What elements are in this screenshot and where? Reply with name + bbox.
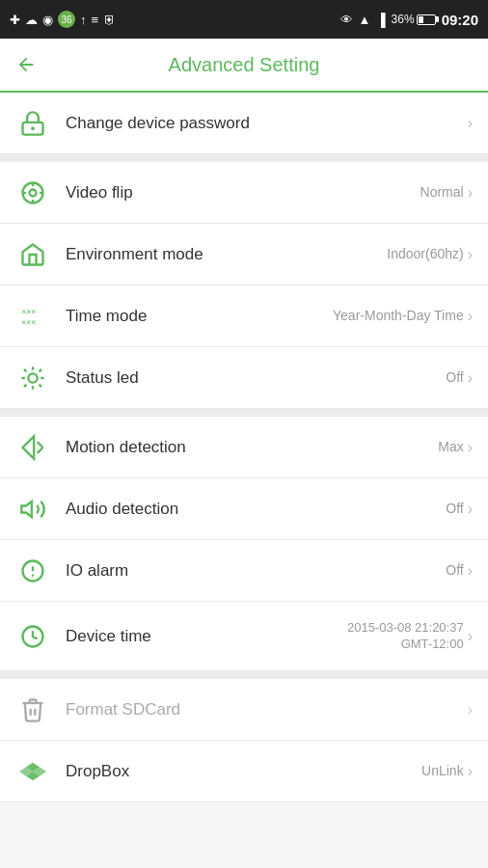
settings-group-2: Video flip Normal › Environment mode Ind… xyxy=(0,162,488,409)
audio-icon xyxy=(15,492,50,527)
dropbox-label: DropBox xyxy=(66,762,421,781)
wifi-icon: ▲ xyxy=(359,13,371,27)
settings-item-io-alarm[interactable]: IO alarm Off › xyxy=(0,540,488,602)
home-icon xyxy=(15,237,50,272)
battery-indicator: 36% xyxy=(392,13,436,26)
arrow-icon-dropbox: › xyxy=(468,763,473,780)
notification-plus-icon: ✚ xyxy=(10,13,20,27)
audio-detection-label: Audio detection xyxy=(66,500,446,519)
settings-item-format-sdcard[interactable]: Format SDCard › xyxy=(0,679,488,741)
arrow-icon-audio-detection: › xyxy=(468,501,473,518)
arrow-icon-format-sdcard: › xyxy=(468,701,473,719)
arrow-icon-status-led: › xyxy=(468,369,473,387)
status-time: 09:20 xyxy=(442,12,478,28)
battery-pct-label: 36% xyxy=(392,13,415,26)
time-mode-icon: ××× ××× xyxy=(15,299,50,334)
section-divider-2 xyxy=(0,409,488,417)
format-sdcard-label: Format SDCard xyxy=(66,700,468,719)
status-bar: ✚ ☁ ◉ 36 ↑ ≡ ⛨ 👁 ▲ ▐ 36% 09:20 xyxy=(0,0,488,39)
motion-icon xyxy=(15,430,50,465)
arrow-icon-motion-detection: › xyxy=(468,439,473,456)
status-bar-right: 👁 ▲ ▐ 36% 09:20 xyxy=(340,12,479,28)
alarm-icon xyxy=(15,554,50,588)
svg-text:×××: ××× xyxy=(21,317,36,327)
status-bar-left: ✚ ☁ ◉ 36 ↑ ≡ ⛨ xyxy=(10,11,116,28)
settings-item-device-time[interactable]: Device time 2015-03-08 21:20:37 GMT-12:0… xyxy=(0,602,488,671)
svg-point-25 xyxy=(32,574,34,576)
device-time-value: 2015-03-08 21:20:37 GMT-12:00 xyxy=(347,620,464,653)
menu-icon-2: ≡ xyxy=(92,13,99,27)
battery-fill xyxy=(419,16,424,23)
time-mode-value: Year-Month-Day Time xyxy=(333,307,464,324)
arrow-icon-time-mode: › xyxy=(468,308,473,325)
settings-content: Change device password › Video flip Norm… xyxy=(0,93,488,802)
audio-detection-value: Off xyxy=(446,500,463,517)
motion-detection-label: Motion detection xyxy=(66,438,438,457)
back-button[interactable] xyxy=(15,54,37,75)
app-icon-1: ◉ xyxy=(42,13,53,27)
settings-item-video-flip[interactable]: Video flip Normal › xyxy=(0,162,488,224)
shield-icon: ⛨ xyxy=(103,13,116,27)
settings-item-status-led[interactable]: Status led Off › xyxy=(0,347,488,409)
time-mode-label: Time mode xyxy=(66,307,333,326)
cloud-icon: ☁ xyxy=(25,13,38,27)
header: Advanced Setting xyxy=(0,39,488,93)
settings-item-environment-mode[interactable]: Environment mode Indoor(60hz) › xyxy=(0,224,488,285)
arrow-icon-change-password: › xyxy=(468,115,473,132)
up-icon: ↑ xyxy=(80,13,87,27)
trash-icon xyxy=(15,692,50,727)
eye-icon: 👁 xyxy=(340,13,353,27)
lock-icon xyxy=(15,106,50,141)
svg-text:×××: ××× xyxy=(21,306,36,315)
svg-marker-22 xyxy=(21,501,31,516)
svg-line-16 xyxy=(40,384,41,386)
settings-item-motion-detection[interactable]: Motion detection Max › xyxy=(0,417,488,478)
dropbox-value: UnLink xyxy=(421,762,464,779)
badge-icon: 36 xyxy=(58,11,75,28)
led-icon xyxy=(15,361,50,395)
settings-item-audio-detection[interactable]: Audio detection Off › xyxy=(0,478,488,540)
svg-line-21 xyxy=(38,448,43,453)
svg-line-18 xyxy=(40,368,41,370)
svg-line-20 xyxy=(38,442,43,448)
svg-rect-1 xyxy=(31,126,35,130)
arrow-icon-io-alarm: › xyxy=(468,562,473,580)
clock-icon xyxy=(15,619,50,654)
environment-mode-label: Environment mode xyxy=(66,245,387,264)
io-alarm-label: IO alarm xyxy=(66,561,446,581)
status-led-label: Status led xyxy=(66,368,446,388)
svg-marker-19 xyxy=(23,436,35,458)
arrow-icon-video-flip: › xyxy=(468,184,473,202)
settings-item-dropbox[interactable]: DropBox UnLink › xyxy=(0,741,488,802)
settings-group-1: Change device password › xyxy=(0,93,488,154)
video-flip-value: Normal xyxy=(420,183,464,201)
io-alarm-value: Off xyxy=(446,561,463,579)
svg-point-10 xyxy=(28,373,37,382)
video-icon xyxy=(15,176,50,210)
svg-point-3 xyxy=(30,189,37,196)
settings-group-3: Motion detection Max › Audio detection O… xyxy=(0,417,488,671)
status-led-value: Off xyxy=(446,368,463,386)
settings-group-4: Format SDCard › DropBox UnLink › xyxy=(0,679,488,802)
arrow-icon-environment-mode: › xyxy=(468,246,473,263)
section-divider-3 xyxy=(0,671,488,679)
dropbox-icon xyxy=(15,754,50,789)
page-title: Advanced Setting xyxy=(52,54,436,76)
settings-item-time-mode[interactable]: ××× ××× Time mode Year-Month-Day Time › xyxy=(0,285,488,347)
device-time-label: Device time xyxy=(66,627,347,646)
battery-body xyxy=(417,14,436,25)
svg-line-17 xyxy=(24,384,26,386)
environment-mode-value: Indoor(60hz) xyxy=(387,245,463,262)
motion-detection-value: Max xyxy=(438,438,463,455)
section-divider-1 xyxy=(0,154,488,162)
svg-line-15 xyxy=(24,368,26,370)
settings-item-change-password[interactable]: Change device password › xyxy=(0,93,488,154)
arrow-icon-device-time: › xyxy=(468,628,473,645)
video-flip-label: Video flip xyxy=(66,183,420,203)
signal-icon: ▐ xyxy=(376,13,385,27)
change-password-label: Change device password xyxy=(66,114,468,133)
